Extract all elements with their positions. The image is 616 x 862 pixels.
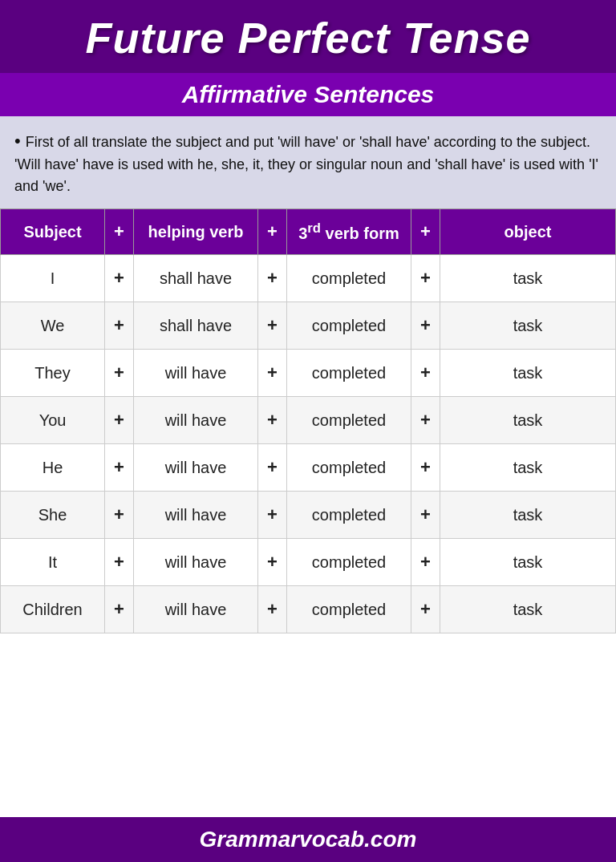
cell-subject: We <box>1 302 105 350</box>
info-box: First of all translate the subject and p… <box>0 116 616 208</box>
cell-verb-form: completed <box>287 350 411 397</box>
cell-plus-2: + <box>258 586 287 633</box>
cell-plus-3: + <box>411 302 440 350</box>
cell-subject: Children <box>1 586 105 633</box>
col-subject: Subject <box>1 209 105 255</box>
col-plus-1: + <box>105 209 134 255</box>
table-row: They + will have + completed + task <box>1 350 616 397</box>
cell-plus-1: + <box>105 492 134 539</box>
cell-subject: She <box>1 492 105 539</box>
table-header-row: Subject + helping verb + 3rd verb form +… <box>1 209 616 255</box>
table-row: You + will have + completed + task <box>1 397 616 444</box>
cell-subject: It <box>1 539 105 586</box>
cell-plus-2: + <box>258 492 287 539</box>
col-object: object <box>440 209 616 255</box>
cell-subject: He <box>1 444 105 492</box>
cell-plus-3: + <box>411 255 440 302</box>
table-row: We + shall have + completed + task <box>1 302 616 350</box>
cell-plus-3: + <box>411 586 440 633</box>
cell-object: task <box>440 444 616 492</box>
cell-plus-1: + <box>105 444 134 492</box>
footer-text: Grammarvocab.com <box>200 827 417 852</box>
cell-verb-form: completed <box>287 444 411 492</box>
cell-object: task <box>440 350 616 397</box>
cell-subject: They <box>1 350 105 397</box>
cell-helping-verb: will have <box>134 397 258 444</box>
cell-object: task <box>440 492 616 539</box>
cell-helping-verb: will have <box>134 444 258 492</box>
cell-object: task <box>440 302 616 350</box>
cell-plus-3: + <box>411 492 440 539</box>
cell-helping-verb: will have <box>134 586 258 633</box>
cell-plus-1: + <box>105 539 134 586</box>
table-row: He + will have + completed + task <box>1 444 616 492</box>
subtitle: Affirmative Sentences <box>16 81 600 108</box>
table-container: Subject + helping verb + 3rd verb form +… <box>0 208 616 817</box>
conjugation-table: Subject + helping verb + 3rd verb form +… <box>0 208 616 633</box>
cell-verb-form: completed <box>287 539 411 586</box>
cell-verb-form: completed <box>287 397 411 444</box>
cell-plus-1: + <box>105 397 134 444</box>
cell-plus-3: + <box>411 350 440 397</box>
cell-plus-3: + <box>411 397 440 444</box>
page-title: Future Perfect Tense <box>16 14 600 62</box>
header-title-section: Future Perfect Tense <box>0 0 616 73</box>
table-row: Children + will have + completed + task <box>1 586 616 633</box>
cell-object: task <box>440 586 616 633</box>
cell-plus-2: + <box>258 397 287 444</box>
cell-plus-3: + <box>411 444 440 492</box>
cell-helping-verb: will have <box>134 492 258 539</box>
cell-object: task <box>440 539 616 586</box>
cell-plus-1: + <box>105 302 134 350</box>
footer: Grammarvocab.com <box>0 817 616 862</box>
cell-verb-form: completed <box>287 302 411 350</box>
table-row: I + shall have + completed + task <box>1 255 616 302</box>
info-text: First of all translate the subject and p… <box>14 127 602 197</box>
cell-helping-verb: will have <box>134 350 258 397</box>
cell-plus-2: + <box>258 539 287 586</box>
table-row: She + will have + completed + task <box>1 492 616 539</box>
cell-plus-2: + <box>258 350 287 397</box>
cell-helping-verb: will have <box>134 539 258 586</box>
cell-verb-form: completed <box>287 586 411 633</box>
cell-plus-3: + <box>411 539 440 586</box>
cell-plus-2: + <box>258 255 287 302</box>
subtitle-bar: Affirmative Sentences <box>0 73 616 116</box>
cell-object: task <box>440 255 616 302</box>
cell-object: task <box>440 397 616 444</box>
table-row: It + will have + completed + task <box>1 539 616 586</box>
cell-plus-1: + <box>105 255 134 302</box>
cell-helping-verb: shall have <box>134 302 258 350</box>
cell-verb-form: completed <box>287 492 411 539</box>
col-plus-3: + <box>411 209 440 255</box>
cell-helping-verb: shall have <box>134 255 258 302</box>
col-helping-verb: helping verb <box>134 209 258 255</box>
col-verb-form: 3rd verb form <box>287 209 411 255</box>
cell-plus-2: + <box>258 302 287 350</box>
cell-subject: You <box>1 397 105 444</box>
cell-subject: I <box>1 255 105 302</box>
cell-plus-1: + <box>105 350 134 397</box>
col-plus-2: + <box>258 209 287 255</box>
cell-verb-form: completed <box>287 255 411 302</box>
cell-plus-1: + <box>105 586 134 633</box>
cell-plus-2: + <box>258 444 287 492</box>
